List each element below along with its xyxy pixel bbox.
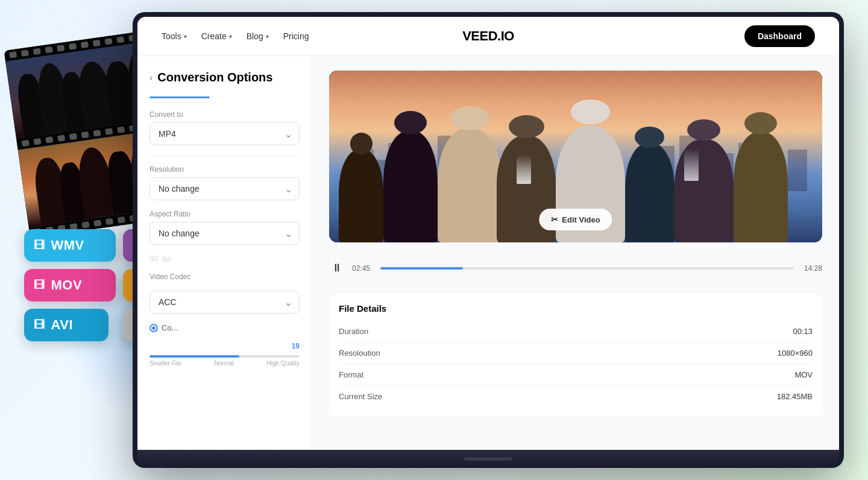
aspect-ratio-label: Aspect Ratio bbox=[149, 210, 300, 218]
audio-codec-wrapper: ACC bbox=[149, 291, 300, 314]
quality-slider-track[interactable] bbox=[149, 355, 300, 358]
wmv-badge[interactable]: 🎞 WMV bbox=[24, 229, 116, 262]
nav-links: Tools ▾ Create ▾ Blog ▾ Pricing bbox=[162, 31, 309, 41]
file-resolution-label: Resoloution bbox=[339, 349, 380, 358]
compress-label: Co... bbox=[162, 323, 178, 332]
film-icon: 🎞 bbox=[34, 319, 45, 332]
edit-video-label: Edit Video bbox=[562, 215, 600, 224]
duration-label: Duration bbox=[339, 327, 368, 336]
progress-bar bbox=[149, 96, 210, 98]
resolution-row: Resoloution 1080×960 bbox=[339, 343, 813, 364]
video-panel: ✂ Edit Video ⏸ 02:45 14:28 bbox=[312, 56, 839, 450]
video-controls: ⏸ 02:45 14:28 bbox=[329, 252, 822, 284]
chevron-down-icon: ▾ bbox=[229, 33, 232, 40]
format-value: MOV bbox=[794, 370, 813, 379]
fps-label: fps bbox=[162, 255, 171, 262]
quality-max-label: High Quality bbox=[267, 360, 300, 367]
divider bbox=[149, 155, 300, 156]
resolution-select-wrapper: No change bbox=[149, 177, 300, 200]
duration-row: Duration 00:13 bbox=[339, 321, 813, 343]
tools-label: Tools bbox=[162, 31, 181, 41]
nav-blog[interactable]: Blog ▾ bbox=[247, 31, 269, 41]
panel-title: Conversion Options bbox=[157, 71, 272, 84]
conversion-panel: ‹ Conversion Options Convert to MP4 bbox=[137, 56, 312, 450]
quality-labels: Smaller File Normal High Quality bbox=[149, 360, 300, 367]
chevron-down-icon: ▾ bbox=[266, 33, 269, 40]
film-icon: 🎞 bbox=[34, 279, 45, 292]
blog-label: Blog bbox=[247, 31, 263, 41]
aspect-ratio-section: Aspect Ratio No change bbox=[149, 210, 300, 245]
panel-title-row: ‹ Conversion Options bbox=[149, 71, 300, 84]
audio-codec-select[interactable]: ACC bbox=[149, 291, 300, 314]
dashboard-button[interactable]: Dashboard bbox=[744, 25, 815, 47]
aspect-ratio-select[interactable]: No change bbox=[149, 222, 300, 245]
video-thumbnail: ✂ Edit Video bbox=[329, 71, 822, 242]
resolution-label: Resolution bbox=[149, 165, 300, 174]
avi-badge[interactable]: 🎞 AVI bbox=[24, 309, 108, 341]
pricing-label: Pricing bbox=[283, 31, 309, 41]
codec-options: Co... bbox=[149, 323, 300, 332]
video-codec-section: Video Codec bbox=[149, 273, 300, 281]
pause-button[interactable]: ⏸ bbox=[329, 259, 345, 277]
convert-to-select[interactable]: MP4 bbox=[149, 122, 300, 145]
scene: ☞ 🎞 WMV 🎞 FLV 🎞 MOV 🎞 MPEG 🎞 MKV 🎞 AVI bbox=[0, 0, 868, 480]
duration-value: 00:13 bbox=[793, 327, 813, 336]
avi-label: AVI bbox=[51, 317, 74, 333]
format-label: Format bbox=[339, 370, 363, 379]
quality-min-label: Smaller File bbox=[149, 360, 181, 367]
convert-to-select-wrapper: MP4 bbox=[149, 122, 300, 145]
quality-section: 19 Smaller File Normal High Quality bbox=[149, 342, 300, 367]
laptop-base bbox=[137, 450, 839, 468]
create-label: Create bbox=[201, 31, 227, 41]
file-details-title: File Details bbox=[339, 303, 813, 314]
site-logo: VEED.IO bbox=[462, 28, 514, 44]
quality-mid-label: Normal bbox=[215, 360, 234, 367]
total-time: 14:28 bbox=[801, 264, 822, 273]
mov-label: MOV bbox=[51, 277, 83, 293]
wmv-label: WMV bbox=[51, 238, 84, 253]
format-row: Format MOV bbox=[339, 364, 813, 386]
file-resolution-value: 1080×960 bbox=[778, 349, 813, 358]
back-arrow-icon[interactable]: ‹ bbox=[149, 72, 153, 83]
audio-codec-section: ACC bbox=[149, 291, 300, 314]
main-content: ‹ Conversion Options Convert to MP4 bbox=[137, 56, 839, 450]
current-time: 02:45 bbox=[352, 264, 373, 273]
aspect-ratio-select-wrapper: No change bbox=[149, 222, 300, 245]
edit-video-button[interactable]: ✂ Edit Video bbox=[539, 209, 612, 230]
video-progress-fill bbox=[380, 267, 463, 270]
video-codec-label: Video Codec bbox=[149, 273, 300, 281]
file-details-section: File Details Duration 00:13 Resoloution … bbox=[329, 294, 822, 417]
resolution-section: Resolution No change bbox=[149, 165, 300, 200]
compress-option[interactable]: Co... bbox=[149, 323, 178, 332]
resolution-select[interactable]: No change bbox=[149, 177, 300, 200]
laptop-notch bbox=[464, 457, 512, 461]
video-progress-track[interactable] bbox=[380, 267, 794, 270]
video-preview: ✂ Edit Video bbox=[329, 71, 822, 242]
size-row: Current Size 182.45MB bbox=[339, 386, 813, 407]
fps-section: 30 fps bbox=[149, 254, 300, 263]
size-label: Current Size bbox=[339, 392, 382, 401]
nav-pricing[interactable]: Pricing bbox=[283, 31, 309, 41]
chevron-down-icon: ▾ bbox=[184, 33, 187, 40]
laptop: Tools ▾ Create ▾ Blog ▾ Pricing V bbox=[133, 12, 844, 468]
quality-slider-fill bbox=[149, 355, 239, 358]
mov-badge[interactable]: 🎞 MOV bbox=[24, 269, 116, 302]
laptop-screen: Tools ▾ Create ▾ Blog ▾ Pricing V bbox=[137, 17, 839, 450]
convert-to-label: Convert to bbox=[149, 110, 300, 119]
scissors-icon: ✂ bbox=[551, 215, 558, 224]
radio-selected-icon bbox=[149, 324, 158, 332]
navbar: Tools ▾ Create ▾ Blog ▾ Pricing V bbox=[137, 17, 839, 56]
quality-value: 19 bbox=[292, 342, 300, 350]
size-value: 182.45MB bbox=[777, 392, 813, 401]
nav-create[interactable]: Create ▾ bbox=[201, 31, 232, 41]
nav-tools[interactable]: Tools ▾ bbox=[162, 31, 187, 41]
film-icon: 🎞 bbox=[34, 239, 45, 252]
convert-to-section: Convert to MP4 bbox=[149, 110, 300, 145]
quality-label-row: 19 bbox=[149, 342, 300, 350]
